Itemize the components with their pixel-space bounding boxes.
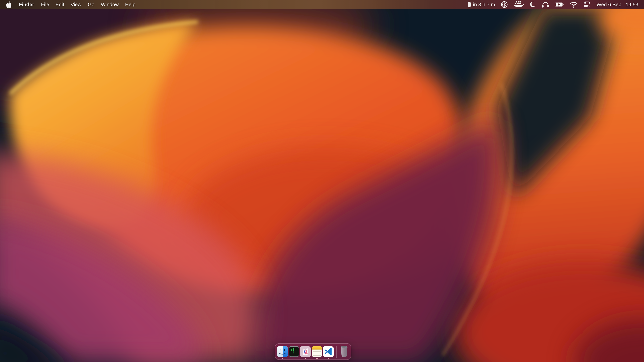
timer-text: in 3 h 7 m — [473, 2, 495, 7]
clock-time: 14:53 — [626, 2, 638, 7]
terminal-icon: $ — [289, 346, 299, 357]
finder-icon — [277, 346, 288, 357]
menu-bar: Finder File Edit View Go Window Help in … — [0, 0, 644, 9]
dock-item-trash[interactable] — [339, 343, 349, 360]
arc-browser-icon — [300, 346, 311, 357]
status-docker[interactable] — [511, 0, 527, 9]
dock-item-vscode[interactable] — [323, 343, 334, 360]
docker-whale-icon — [514, 1, 524, 8]
control-center-icon — [583, 1, 590, 8]
dock-item-notes[interactable] — [311, 343, 322, 360]
timer-pill-icon — [468, 2, 470, 7]
running-indicator — [316, 358, 318, 359]
running-indicator — [305, 358, 306, 359]
apple-menu[interactable] — [5, 0, 15, 9]
apple-logo-icon — [6, 1, 12, 8]
running-indicator — [282, 358, 283, 359]
headphones-icon — [542, 1, 549, 8]
menu-item-go[interactable]: Go — [84, 0, 98, 9]
dock: $ — [275, 343, 351, 360]
clock-date: Wed 6 Sep — [596, 2, 621, 7]
menu-item-edit[interactable]: Edit — [52, 0, 68, 9]
focus-moon-icon — [530, 1, 536, 8]
dock-item-finder[interactable] — [277, 343, 288, 360]
menu-item-finder[interactable]: Finder — [15, 0, 38, 9]
wallpaper-image — [0, 0, 644, 362]
status-control-center[interactable] — [580, 0, 593, 9]
svg-text:$: $ — [290, 348, 292, 352]
vscode-icon — [323, 346, 334, 357]
dock-item-terminal[interactable]: $ — [288, 343, 300, 360]
menu-item-view[interactable]: View — [68, 0, 84, 9]
menu-item-file[interactable]: File — [38, 0, 52, 9]
status-power-circle[interactable] — [498, 0, 511, 9]
running-indicator — [328, 358, 329, 359]
notes-icon — [312, 346, 322, 357]
trash-icon — [340, 346, 349, 358]
dock-item-arc[interactable] — [300, 343, 311, 360]
desktop: Finder File Edit View Go Window Help in … — [0, 0, 644, 362]
wifi-icon — [570, 1, 578, 8]
status-headphones[interactable] — [539, 0, 552, 9]
status-battery[interactable] — [552, 0, 567, 9]
battery-charging-icon — [555, 2, 564, 7]
menu-bar-clock[interactable]: Wed 6 Sep 14:53 — [593, 2, 639, 7]
power-circle-icon — [501, 1, 508, 8]
status-timer[interactable]: in 3 h 7 m — [466, 0, 498, 9]
menu-bar-status-area: in 3 h 7 m — [466, 0, 639, 9]
status-wifi[interactable] — [567, 0, 580, 9]
menu-item-window[interactable]: Window — [98, 0, 122, 9]
status-focus[interactable] — [527, 0, 539, 9]
dock-separator — [336, 346, 336, 358]
menu-item-help[interactable]: Help — [122, 0, 139, 9]
